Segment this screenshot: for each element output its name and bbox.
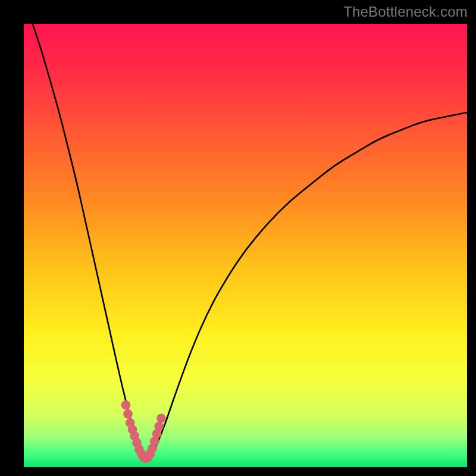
highlight-dot (123, 409, 133, 419)
chart-frame: TheBottleneck.com (0, 0, 476, 476)
watermark-text: TheBottleneck.com (343, 4, 468, 20)
plot-area (24, 24, 467, 467)
highlight-dot (154, 422, 164, 431)
bottleneck-curve (24, 24, 467, 467)
highlight-dot (156, 414, 166, 423)
highlight-dot (121, 400, 131, 410)
